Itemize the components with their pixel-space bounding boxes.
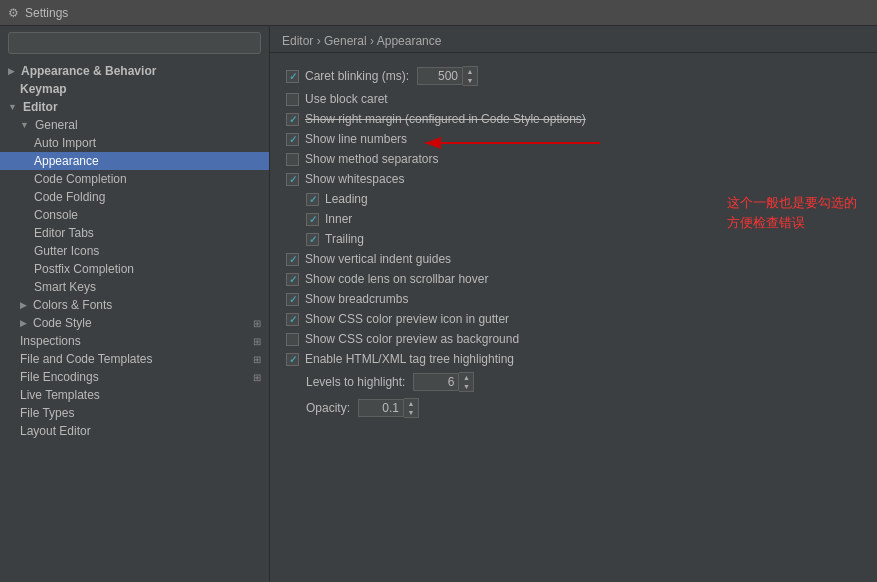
- checkbox-show-whitespaces[interactable]: [286, 173, 299, 186]
- settings-row-show-right-margin: Show right margin (configured in Code St…: [286, 109, 861, 129]
- tree-arrow-icon: ▶: [20, 300, 27, 310]
- sidebar-item-editor[interactable]: ▼Editor: [0, 98, 269, 116]
- tree-item-label: Code Folding: [34, 190, 105, 204]
- spinner-down-opacity[interactable]: ▼: [404, 408, 418, 417]
- settings-row-enable-html-xml: Enable HTML/XML tag tree highlighting: [286, 349, 861, 369]
- spinner-up-levels-highlight[interactable]: ▲: [459, 373, 473, 382]
- settings-row-trailing: Trailing: [286, 229, 861, 249]
- sidebar-item-colors-fonts[interactable]: ▶Colors & Fonts: [0, 296, 269, 314]
- checkbox-label-show-code-lens[interactable]: Show code lens on scrollbar hover: [286, 272, 488, 286]
- setting-label-enable-html-xml: Enable HTML/XML tag tree highlighting: [305, 352, 514, 366]
- sidebar-item-appearance[interactable]: Appearance: [0, 152, 269, 170]
- checkbox-show-method-separators[interactable]: [286, 153, 299, 166]
- tree-item-label: Inspections: [20, 334, 81, 348]
- sidebar-item-keymap[interactable]: Keymap: [0, 80, 269, 98]
- checkbox-label-caret-blinking[interactable]: Caret blinking (ms):: [286, 69, 409, 83]
- spinner-levels-highlight[interactable]: ▲▼: [413, 372, 474, 392]
- checkbox-label-show-line-numbers[interactable]: Show line numbers: [286, 132, 407, 146]
- sidebar-item-code-completion[interactable]: Code Completion: [0, 170, 269, 188]
- checkbox-label-show-vertical-indent[interactable]: Show vertical indent guides: [286, 252, 451, 266]
- spinner-down-caret-blinking[interactable]: ▼: [463, 76, 477, 85]
- sidebar-item-file-code-templates[interactable]: File and Code Templates⊞: [0, 350, 269, 368]
- checkbox-trailing[interactable]: [306, 233, 319, 246]
- checkbox-show-vertical-indent[interactable]: [286, 253, 299, 266]
- settings-row-use-block-caret: Use block caret: [286, 89, 861, 109]
- checkbox-label-show-breadcrumbs[interactable]: Show breadcrumbs: [286, 292, 408, 306]
- checkbox-enable-html-xml[interactable]: [286, 353, 299, 366]
- checkbox-show-css-color-preview[interactable]: [286, 313, 299, 326]
- settings-row-inner: Inner: [286, 209, 861, 229]
- checkbox-use-block-caret[interactable]: [286, 93, 299, 106]
- checkbox-show-css-color-background[interactable]: [286, 333, 299, 346]
- settings-row-show-css-color-background: Show CSS color preview as background: [286, 329, 861, 349]
- checkbox-show-right-margin[interactable]: [286, 113, 299, 126]
- spinner-input-caret-blinking[interactable]: [417, 67, 463, 85]
- checkbox-label-show-whitespaces[interactable]: Show whitespaces: [286, 172, 404, 186]
- checkbox-label-show-right-margin[interactable]: Show right margin (configured in Code St…: [286, 112, 586, 126]
- sidebar-item-layout-editor[interactable]: Layout Editor: [0, 422, 269, 440]
- settings-row-show-whitespaces: Show whitespaces: [286, 169, 861, 189]
- checkbox-caret-blinking[interactable]: [286, 70, 299, 83]
- spinner-arrows-opacity[interactable]: ▲▼: [404, 398, 419, 418]
- tree-item-label: General: [35, 118, 78, 132]
- tree-item-label: Code Completion: [34, 172, 127, 186]
- tree-arrow-icon: ▶: [20, 318, 27, 328]
- checkbox-label-inner[interactable]: Inner: [306, 212, 352, 226]
- spinner-up-opacity[interactable]: ▲: [404, 399, 418, 408]
- checkbox-inner[interactable]: [306, 213, 319, 226]
- sidebar-item-code-folding[interactable]: Code Folding: [0, 188, 269, 206]
- title-bar-text: Settings: [25, 6, 68, 20]
- sidebar-item-console[interactable]: Console: [0, 206, 269, 224]
- sidebar-item-gutter-icons[interactable]: Gutter Icons: [0, 242, 269, 260]
- badge-icon: ⊞: [253, 354, 261, 365]
- setting-label-show-css-color-background: Show CSS color preview as background: [305, 332, 519, 346]
- tree-arrow-icon: ▼: [20, 120, 29, 130]
- spinner-caret-blinking[interactable]: ▲▼: [417, 66, 478, 86]
- sidebar-item-auto-import[interactable]: Auto Import: [0, 134, 269, 152]
- sidebar-item-general[interactable]: ▼General: [0, 116, 269, 134]
- sidebar-item-inspections[interactable]: Inspections⊞: [0, 332, 269, 350]
- checkbox-label-trailing[interactable]: Trailing: [306, 232, 364, 246]
- tree-item-label: Postfix Completion: [34, 262, 134, 276]
- tree-item-label: File Types: [20, 406, 74, 420]
- sidebar-item-code-style[interactable]: ▶Code Style⊞: [0, 314, 269, 332]
- sidebar-item-appearance-behavior[interactable]: ▶Appearance & Behavior: [0, 62, 269, 80]
- spinner-input-levels-highlight[interactable]: [413, 373, 459, 391]
- sidebar-item-file-types[interactable]: File Types: [0, 404, 269, 422]
- field-label-opacity: Opacity:: [306, 401, 350, 415]
- content-panel: Editor › General › Appearance 这个一般也是要勾选的…: [270, 26, 877, 582]
- settings-row-show-code-lens: Show code lens on scrollbar hover: [286, 269, 861, 289]
- sidebar-item-postfix-completion[interactable]: Postfix Completion: [0, 260, 269, 278]
- checkbox-label-show-css-color-background[interactable]: Show CSS color preview as background: [286, 332, 519, 346]
- settings-row-show-vertical-indent: Show vertical indent guides: [286, 249, 861, 269]
- spinner-down-levels-highlight[interactable]: ▼: [459, 382, 473, 391]
- checkbox-label-enable-html-xml[interactable]: Enable HTML/XML tag tree highlighting: [286, 352, 514, 366]
- spinner-up-caret-blinking[interactable]: ▲: [463, 67, 477, 76]
- checkbox-label-show-method-separators[interactable]: Show method separators: [286, 152, 438, 166]
- checkbox-label-use-block-caret[interactable]: Use block caret: [286, 92, 388, 106]
- checkbox-label-leading[interactable]: Leading: [306, 192, 368, 206]
- spinner-input-opacity[interactable]: [358, 399, 404, 417]
- tree-item-label: Smart Keys: [34, 280, 96, 294]
- sidebar-item-smart-keys[interactable]: Smart Keys: [0, 278, 269, 296]
- settings-row-caret-blinking: Caret blinking (ms):▲▼: [286, 63, 861, 89]
- sidebar: ▶Appearance & BehaviorKeymap▼Editor▼Gene…: [0, 26, 270, 582]
- spinner-opacity[interactable]: ▲▼: [358, 398, 419, 418]
- checkbox-leading[interactable]: [306, 193, 319, 206]
- sidebar-item-file-encodings[interactable]: File Encodings⊞: [0, 368, 269, 386]
- search-input[interactable]: [8, 32, 261, 54]
- setting-label-show-method-separators: Show method separators: [305, 152, 438, 166]
- setting-label-leading: Leading: [325, 192, 368, 206]
- tree-item-label: Code Style: [33, 316, 92, 330]
- checkbox-show-line-numbers[interactable]: [286, 133, 299, 146]
- sidebar-item-live-templates[interactable]: Live Templates: [0, 386, 269, 404]
- spinner-arrows-levels-highlight[interactable]: ▲▼: [459, 372, 474, 392]
- sidebar-item-editor-tabs[interactable]: Editor Tabs: [0, 224, 269, 242]
- settings-row-show-css-color-preview: Show CSS color preview icon in gutter: [286, 309, 861, 329]
- checkbox-label-show-css-color-preview[interactable]: Show CSS color preview icon in gutter: [286, 312, 509, 326]
- checkbox-show-breadcrumbs[interactable]: [286, 293, 299, 306]
- spinner-arrows-caret-blinking[interactable]: ▲▼: [463, 66, 478, 86]
- main-container: ▶Appearance & BehaviorKeymap▼Editor▼Gene…: [0, 26, 877, 582]
- checkbox-show-code-lens[interactable]: [286, 273, 299, 286]
- setting-label-use-block-caret: Use block caret: [305, 92, 388, 106]
